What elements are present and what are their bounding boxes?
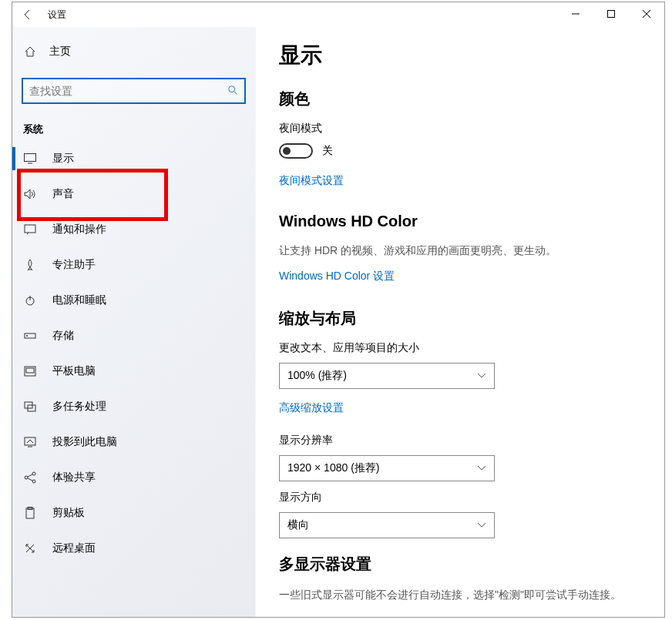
sidebar-item-label: 声音 [52, 187, 74, 201]
page-title: 显示 [279, 41, 641, 70]
display-icon [23, 152, 37, 166]
sidebar-item-label: 电源和睡眠 [52, 293, 106, 307]
hdcolor-desc: 让支持 HDR 的视频、游戏和应用的画面更明亮、更生动。 [279, 243, 641, 259]
svg-line-5 [234, 91, 237, 94]
svg-rect-1 [608, 11, 615, 18]
svg-point-19 [32, 472, 35, 475]
section-scale-heading: 缩放与布局 [279, 308, 641, 329]
chevron-down-icon [477, 463, 486, 474]
search-box[interactable] [22, 78, 246, 104]
sidebar-item-share[interactable]: 体验共享 [12, 460, 255, 495]
home-link[interactable]: 主页 [12, 36, 255, 67]
sidebar-item-remote[interactable]: 远程桌面 [12, 531, 255, 566]
focus-icon [23, 258, 37, 272]
section-color-heading: 颜色 [279, 89, 641, 109]
svg-line-22 [28, 478, 32, 481]
sidebar-item-label: 体验共享 [52, 471, 96, 484]
text-size-value: 100% (推荐) [287, 369, 347, 383]
sidebar-item-label: 投影到此电脑 [52, 435, 117, 449]
section-hdcolor-heading: Windows HD Color [279, 213, 641, 230]
sidebar-item-clipboard[interactable]: 剪贴板 [12, 495, 255, 531]
search-icon [227, 85, 238, 98]
search-wrap [22, 78, 246, 104]
svg-point-4 [229, 85, 235, 92]
text-size-dropdown[interactable]: 100% (推荐) [279, 363, 495, 389]
orientation-label: 显示方向 [279, 491, 641, 504]
sidebar-item-label: 剪贴板 [52, 506, 85, 520]
sidebar-item-power[interactable]: 电源和睡眠 [12, 283, 255, 318]
orientation-value: 横向 [287, 518, 309, 532]
multitask-icon [23, 400, 37, 414]
night-mode-toggle-row: 关 [279, 143, 641, 159]
svg-point-12 [26, 335, 28, 337]
sidebar-item-focus[interactable]: 专注助手 [12, 247, 255, 283]
sidebar-item-storage[interactable]: 存储 [12, 318, 255, 354]
text-size-label: 更改文本、应用等项目的大小 [279, 341, 641, 355]
section-label: 系统 [23, 122, 255, 136]
chevron-down-icon [477, 370, 486, 381]
sidebar-item-label: 存储 [52, 329, 74, 343]
svg-rect-8 [25, 225, 35, 233]
night-mode-label: 夜间模式 [279, 122, 641, 136]
svg-point-18 [25, 476, 28, 479]
svg-line-21 [28, 474, 32, 477]
power-icon [23, 293, 37, 307]
settings-window: 设置 主页 [12, 2, 665, 618]
notification-icon [23, 223, 37, 236]
sidebar-item-sound[interactable]: 声音 [12, 176, 255, 212]
sidebar-item-notifications[interactable]: 通知和操作 [12, 212, 255, 247]
orientation-dropdown[interactable]: 横向 [279, 512, 495, 538]
svg-point-20 [32, 480, 35, 483]
sidebar-item-label: 平板电脑 [52, 364, 96, 378]
svg-rect-6 [25, 154, 36, 162]
sidebar-item-label: 专注助手 [52, 258, 96, 272]
svg-rect-17 [25, 437, 35, 445]
back-button[interactable] [12, 2, 43, 27]
search-input[interactable] [29, 85, 227, 97]
close-button[interactable] [629, 2, 664, 25]
sidebar-item-tablet[interactable]: 平板电脑 [12, 354, 255, 389]
window-body: 主页 系统 显示 [12, 27, 664, 617]
home-icon [23, 45, 37, 58]
nav-list: 显示 声音 通知和操作 [12, 141, 255, 566]
titlebar: 设置 [12, 2, 664, 27]
sound-icon [23, 187, 37, 201]
project-icon [23, 435, 37, 449]
night-mode-toggle[interactable] [279, 143, 313, 159]
sidebar-item-label: 通知和操作 [52, 223, 106, 236]
svg-rect-14 [26, 368, 34, 373]
storage-icon [23, 329, 37, 343]
window-title: 设置 [48, 8, 66, 22]
sidebar-item-project[interactable]: 投影到此电脑 [12, 424, 255, 460]
resolution-label: 显示分辨率 [279, 434, 641, 447]
tablet-icon [23, 364, 37, 378]
night-mode-state: 关 [322, 144, 333, 158]
window-controls [558, 2, 664, 25]
clipboard-icon [23, 506, 37, 520]
adv-scale-link[interactable]: 高级缩放设置 [279, 401, 344, 415]
multi-desc: 一些旧式显示器可能不会进行自动连接，选择"检测"即可尝试手动连接。 [279, 587, 641, 603]
chevron-down-icon [477, 520, 486, 531]
hdcolor-settings-link[interactable]: Windows HD Color 设置 [279, 270, 395, 283]
maximize-button[interactable] [593, 2, 629, 25]
sidebar-item-multitask[interactable]: 多任务处理 [12, 389, 255, 424]
remote-icon [23, 541, 37, 555]
sidebar-item-display[interactable]: 显示 [12, 141, 255, 176]
minimize-button[interactable] [558, 2, 593, 25]
content-panel[interactable]: 显示 颜色 夜间模式 关 夜间模式设置 Windows HD Color 让支持… [255, 27, 664, 617]
sidebar-item-label: 多任务处理 [52, 400, 106, 414]
sidebar-item-label: 远程桌面 [52, 541, 96, 555]
home-label: 主页 [49, 45, 71, 59]
night-mode-settings-link[interactable]: 夜间模式设置 [279, 174, 344, 188]
sidebar-item-label: 显示 [52, 152, 74, 166]
resolution-value: 1920 × 1080 (推荐) [287, 461, 379, 475]
resolution-dropdown[interactable]: 1920 × 1080 (推荐) [279, 455, 495, 481]
sidebar: 主页 系统 显示 [12, 27, 255, 617]
section-multi-heading: 多显示器设置 [279, 554, 641, 575]
share-icon [23, 471, 37, 484]
